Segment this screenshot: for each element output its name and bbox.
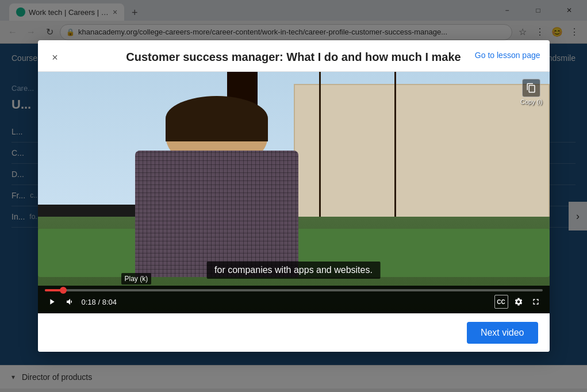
video-scene: Copy (i) for companies with apps and web… (38, 72, 550, 313)
modal-overlay[interactable]: × Customer success manager: What I do an… (0, 0, 587, 392)
lesson-link[interactable]: Go to lesson page (475, 51, 540, 60)
copy-button[interactable]: Copy (i) (520, 79, 543, 105)
video-subtitle: for companies with apps and websites. (206, 262, 381, 279)
time-display: 0:18 / 8:04 (82, 298, 117, 306)
next-video-button[interactable]: Next video (467, 322, 538, 344)
volume-button[interactable] (63, 295, 77, 309)
play-button[interactable] (45, 295, 59, 309)
modal-title: Customer success manager: What I do and … (70, 49, 517, 64)
modal: × Customer success manager: What I do an… (38, 40, 550, 352)
video-progress-dot (60, 287, 67, 294)
video-progress-bar[interactable] (45, 289, 543, 291)
modal-close-button[interactable]: × (47, 49, 63, 66)
play-tooltip: Play (k) (121, 273, 152, 285)
fullscreen-button[interactable] (529, 295, 543, 309)
settings-button[interactable] (512, 295, 525, 309)
video-container: Copy (i) for companies with apps and web… (38, 72, 550, 313)
copy-label: Copy (i) (520, 98, 543, 105)
video-controls: 0:18 / 8:04 CC (38, 286, 550, 313)
cc-button[interactable]: CC (494, 295, 508, 309)
person-figure (114, 96, 319, 277)
modal-header: × Customer success manager: What I do an… (38, 40, 550, 72)
modal-footer: Next video (38, 313, 550, 352)
